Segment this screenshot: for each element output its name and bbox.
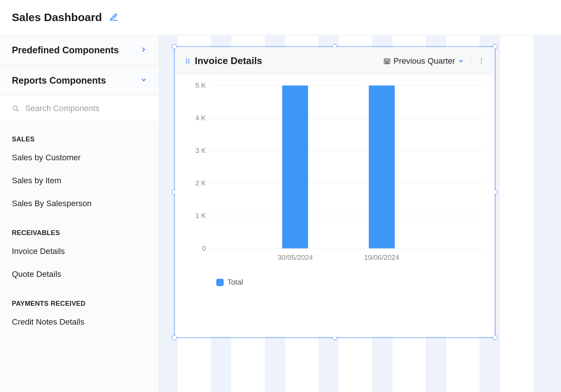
search-components-input[interactable]: [24, 103, 147, 114]
search-icon: [12, 104, 19, 113]
sidebar-item-quote-details[interactable]: Quote Details: [0, 263, 159, 286]
sidebar-item-invoice-details[interactable]: Invoice Details: [0, 240, 159, 263]
chart-gridline: [209, 216, 483, 216]
chart-plot-area: 01 K2 K3 K4 K5 K30/05/202419/06/2024: [209, 86, 483, 248]
svg-point-4: [186, 60, 187, 61]
svg-point-18: [481, 58, 482, 59]
chevron-down-icon: [140, 77, 147, 85]
chart-gridline: [209, 248, 483, 249]
sidebar-item-credit-notes-details[interactable]: Credit Notes Details: [0, 311, 159, 334]
svg-point-15: [385, 63, 386, 63]
svg-line-1: [17, 110, 19, 111]
chart-body: 01 K2 K3 K4 K5 K30/05/202419/06/2024 Tot…: [176, 74, 494, 336]
sidebar-section-predefined[interactable]: Predefined Components: [0, 35, 159, 66]
sidebar-group-label: SALES: [0, 121, 159, 146]
sidebar-item-sales-by-salesperson[interactable]: Sales By Salesperson: [0, 192, 159, 215]
chart-y-tick: 1 K: [187, 212, 206, 220]
chart-y-tick: 3 K: [187, 147, 206, 155]
svg-point-17: [388, 63, 388, 63]
svg-point-7: [188, 62, 190, 63]
legend-label: Total: [227, 278, 243, 287]
chart-y-tick: 5 K: [187, 81, 206, 90]
search-components-row: [0, 96, 159, 121]
period-label: Previous Quarter: [394, 56, 455, 66]
period-selector[interactable]: Previous Quarter: [383, 56, 464, 66]
chart-legend: Total: [216, 278, 483, 287]
svg-point-5: [188, 60, 190, 61]
drag-handle-icon[interactable]: [184, 58, 191, 64]
widget-header: Invoice Details Previous Quarter: [176, 48, 494, 74]
chart-gridline: [209, 151, 483, 151]
calendar-icon: [383, 57, 391, 65]
chevron-right-icon: [140, 46, 147, 54]
pencil-icon: [109, 13, 118, 22]
dashboard-canvas[interactable]: Invoice Details Previous Quarter: [159, 35, 561, 392]
section-title: Reports Components: [12, 75, 106, 86]
chart-gridline: [209, 183, 483, 184]
chart-gridline: [209, 86, 483, 86]
chart-y-tick: 4 K: [187, 114, 206, 122]
svg-point-20: [481, 63, 482, 64]
widget-title: Invoice Details: [195, 55, 262, 67]
sidebar-section-reports[interactable]: Reports Components: [0, 66, 159, 96]
sidebar: Predefined Components Reports Components…: [0, 35, 159, 392]
svg-point-16: [387, 63, 387, 63]
chart-bar: [282, 86, 308, 248]
svg-point-6: [186, 62, 187, 63]
svg-point-3: [188, 59, 190, 60]
chart-y-tick: 0: [187, 244, 206, 252]
svg-point-12: [385, 61, 386, 62]
sidebar-item-sales-by-customer[interactable]: Sales by Customer: [0, 146, 159, 169]
svg-point-19: [481, 60, 482, 61]
chart-x-label: 30/05/2024: [278, 254, 313, 262]
chevron-down-icon: [458, 58, 464, 64]
sidebar-group-label: RECEIVABLES: [0, 215, 159, 240]
chart-bar: [369, 86, 395, 248]
svg-point-2: [186, 59, 187, 60]
legend-swatch: [216, 279, 224, 286]
page-title: Sales Dashboard: [12, 11, 102, 24]
svg-point-14: [388, 61, 388, 62]
svg-point-0: [13, 106, 17, 110]
chart-y-tick: 2 K: [187, 179, 206, 187]
edit-title-button[interactable]: [109, 13, 118, 22]
more-vertical-icon: [478, 57, 485, 65]
svg-point-13: [387, 61, 387, 62]
widget-more-menu[interactable]: [478, 57, 485, 65]
widget-invoice-details: Invoice Details Previous Quarter: [175, 47, 494, 337]
chart-x-label: 19/06/2024: [364, 254, 399, 262]
page-header: Sales Dashboard: [0, 0, 561, 35]
chart-gridline: [209, 118, 483, 118]
sidebar-item-sales-by-item[interactable]: Sales by Item: [0, 169, 159, 192]
widget-selection-frame[interactable]: Invoice Details Previous Quarter: [174, 46, 495, 338]
divider: [471, 56, 471, 66]
sidebar-group-label: PAYMENTS RECEIVED: [0, 286, 159, 311]
section-title: Predefined Components: [12, 45, 119, 56]
